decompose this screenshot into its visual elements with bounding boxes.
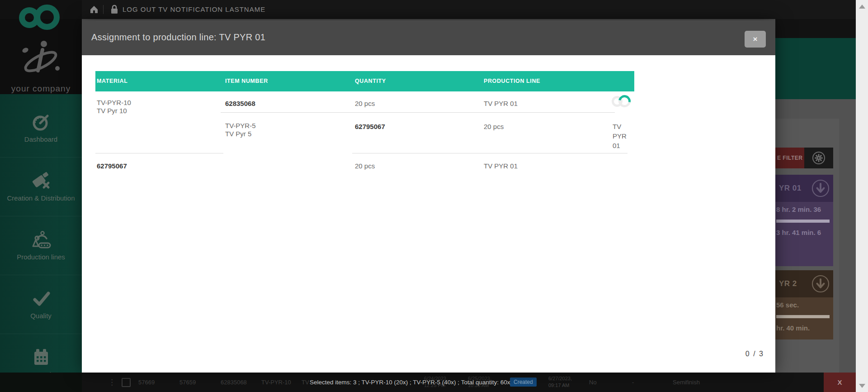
row-divider — [221, 112, 615, 113]
production-progress-bar — [776, 220, 830, 223]
cell-production-line: TV PYR 01 — [484, 162, 518, 170]
production-time-remaining: 8 hr. 2 min. 36 — [776, 206, 833, 213]
production-progress-bar — [776, 315, 830, 318]
cell-production-line: TV PYR 01 — [613, 122, 627, 150]
cell-item-number: 62795067 — [355, 123, 385, 131]
cell-material: TV-PYR-5 — [225, 122, 256, 130]
row-dash: - — [632, 373, 634, 392]
bottom-table-row: ⋮ 57669 57659 62835068 TV-PYR-10 TV 6/24… — [0, 373, 856, 392]
sidebar-item-production-lines[interactable]: Production lines — [0, 216, 82, 275]
sidebar-item-dashboard[interactable]: Dashboard — [0, 99, 82, 158]
row-kebab-menu-icon[interactable]: ⋮ — [108, 373, 116, 392]
sidebar-item-label: Creation & Distribution — [7, 194, 75, 202]
row-type: Semifinish — [673, 373, 700, 392]
production-card-pyr2[interactable]: YR 2 56 sec. hr. 40 min. — [775, 270, 833, 339]
selection-toast: Selected items: 3 ; TV-PYR-10 (20x) ; TV… — [310, 373, 510, 392]
row-material-2: TV — [302, 373, 309, 392]
top-bar: LOG OUT TV NOTIFICATION LASTNAME — [0, 0, 856, 19]
pagination-counter: 0 / 3 — [745, 350, 764, 358]
download-circle-icon[interactable] — [811, 179, 830, 197]
column-header-quantity: QUANTITY — [355, 78, 386, 84]
bottom-bar-left-block — [0, 373, 82, 392]
status-badge: Created — [510, 378, 537, 387]
production-time-total: 3 hr. 41 min. 6 — [776, 229, 833, 236]
filter-button-label: E FILTER — [777, 155, 802, 161]
assignment-modal: Assignment to production line: TV PYR 01… — [82, 20, 775, 373]
column-header-material: MATERIAL — [97, 78, 127, 84]
cell-quantity: 20 pcs — [355, 162, 375, 170]
home-button[interactable] — [90, 5, 99, 14]
home-icon — [90, 5, 99, 14]
sidebar-item-master-plan[interactable]: Master plan — [0, 334, 82, 373]
infinity-ring-right — [34, 5, 60, 30]
loading-spinner-icon — [612, 95, 631, 107]
cell-item-number: 62835068 — [225, 100, 255, 108]
cell-item-number: 62795067 — [97, 162, 127, 170]
modal-body: MATERIAL ITEM NUMBER QUANTITY PRODUCTION… — [82, 55, 775, 373]
production-time-remaining: 56 sec. — [776, 301, 833, 309]
cell-material-sub: TV Pyr 10 — [97, 107, 131, 115]
row-checkbox[interactable] — [122, 378, 131, 387]
filter-settings-button[interactable] — [804, 148, 833, 168]
check-icon — [31, 290, 51, 308]
row-id2: 57659 — [179, 373, 196, 392]
column-header-item-number: ITEM NUMBER — [225, 78, 268, 84]
sidebar-item-label: Quality — [30, 312, 52, 320]
modal-title: Assignment to production line: TV PYR 01 — [91, 32, 265, 43]
lock-icon — [111, 5, 118, 14]
scroll-up-icon — [859, 5, 865, 9]
hide-filter-button[interactable]: E FILTER — [775, 148, 804, 168]
background-teal-band — [775, 38, 856, 99]
cell-quantity: 20 pcs — [355, 100, 375, 108]
calendar-icon — [31, 349, 51, 367]
sidebar-item-label: Dashboard — [24, 135, 57, 143]
row-id1: 57669 — [138, 373, 155, 392]
row-divider — [95, 153, 223, 153]
production-card-title: YR 2 — [779, 279, 797, 288]
gauge-icon — [31, 113, 51, 131]
column-header-production-line: PRODUCTION LINE — [484, 78, 540, 84]
sidebar-item-quality[interactable]: Quality — [0, 275, 82, 334]
sidebar-item-creation-distribution[interactable]: Creation & Distribution — [0, 158, 82, 216]
production-card-title: YR 01 — [779, 184, 802, 193]
infinity-logo-icon[interactable] — [19, 3, 62, 31]
vertical-scrollbar[interactable] — [856, 0, 868, 392]
row-divider — [352, 153, 627, 153]
sidebar-item-label: Production lines — [17, 253, 65, 261]
stamp-icon — [31, 172, 51, 190]
download-circle-icon[interactable] — [811, 275, 830, 293]
modal-close-button[interactable]: × — [745, 31, 766, 48]
production-time-total: hr. 40 min. — [776, 324, 833, 332]
row-flag: No — [589, 373, 597, 392]
company-figure-icon — [20, 38, 61, 81]
table-header: MATERIAL ITEM NUMBER QUANTITY PRODUCTION… — [95, 71, 634, 91]
top-bar-divider — [103, 5, 104, 14]
dismiss-selection-button[interactable]: X — [824, 373, 856, 392]
table-row: TV-PYR-5 TV Pyr 5 — [225, 122, 256, 138]
production-card-pyr01[interactable]: YR 01 8 hr. 2 min. 36 3 hr. 41 min. 6 — [775, 175, 833, 266]
company-name: your company — [0, 84, 82, 94]
scroll-down-icon — [859, 384, 865, 388]
scroll-up-button[interactable] — [856, 0, 868, 13]
sidebar: Dashboard Creation & Distribution Produc… — [0, 94, 82, 373]
row-date-created: 6/27/2023,09:17 AM — [548, 375, 572, 389]
table-row: TV-PYR-10 TV Pyr 10 — [97, 99, 131, 115]
modal-header: Assignment to production line: TV PYR 01… — [82, 20, 775, 55]
cell-material-sub: TV Pyr 5 — [225, 130, 256, 138]
row-material: TV-PYR-10 — [261, 373, 291, 392]
gear-icon — [812, 151, 826, 165]
logout-user-menu[interactable]: LOG OUT TV NOTIFICATION LASTNAME — [123, 5, 265, 13]
cell-material: TV-PYR-10 — [97, 99, 131, 107]
row-item-number: 62835068 — [221, 373, 247, 392]
production-line-icon — [31, 231, 51, 249]
background-header-band — [775, 19, 856, 38]
scroll-down-button[interactable] — [856, 379, 868, 392]
cell-production-line: TV PYR 01 — [484, 100, 518, 108]
cell-quantity: 20 pcs — [484, 123, 504, 131]
